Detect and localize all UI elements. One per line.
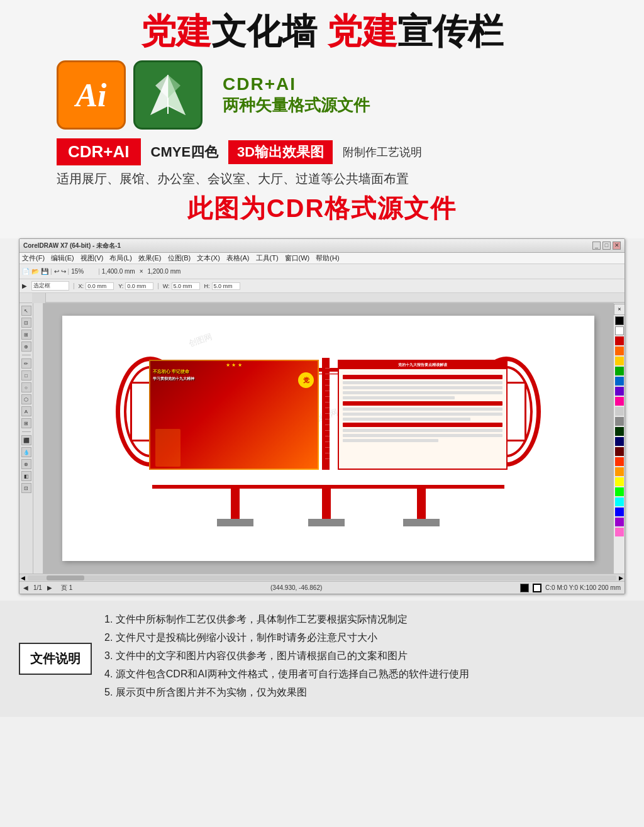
bb-line6 [343, 413, 502, 416]
palette-bblue[interactable] [615, 508, 624, 516]
scrollbar-track[interactable] [28, 575, 616, 580]
menu-file[interactable]: 文件(F) [22, 253, 45, 263]
palette-vpurple[interactable] [615, 518, 624, 526]
palette-yellow[interactable] [615, 357, 624, 365]
cdr-scrollbar-h[interactable]: ◀ ▶ [19, 574, 625, 581]
file-desc-list: 1. 文件中所标制作工艺仅供参考，具体制作工艺要根据实际情况制定 2. 文件尺寸… [104, 613, 625, 704]
palette-pink[interactable] [615, 397, 624, 406]
toolbar-new[interactable]: 📄 [22, 268, 30, 275]
palette-gray[interactable] [615, 417, 624, 426]
scrollbar-thumb[interactable] [47, 575, 84, 580]
scroll-right[interactable]: ▶ [619, 575, 623, 581]
menu-help[interactable]: 帮助(H) [316, 253, 339, 263]
tool-eyedrop[interactable]: 💧 [21, 447, 31, 457]
cdr-page: 创图网 创图网 [62, 316, 594, 561]
palette-blue[interactable] [615, 377, 624, 386]
bb-gold-border [149, 360, 319, 470]
palette-white[interactable] [615, 326, 624, 335]
format-line1: CDR+AI [223, 74, 370, 94]
tool-zoom[interactable]: ⊕ [21, 341, 31, 352]
menu-window[interactable]: 窗口(W) [285, 253, 310, 263]
bb-line9 [343, 434, 502, 437]
page-nav-next[interactable]: ▶ [47, 584, 52, 591]
menu-effect[interactable]: 效果(E) [138, 253, 162, 263]
palette-lpink[interactable] [615, 528, 624, 536]
palette-orange[interactable] [615, 347, 624, 355]
file-desc-item-5: 5. 展示页中所含图片并不为实物，仅为效果图 [104, 686, 625, 699]
tool-node[interactable]: ⊡ [21, 318, 31, 328]
palette-dblue[interactable] [615, 437, 624, 446]
toolbar-save[interactable]: 💾 [41, 268, 48, 275]
y-input[interactable]: 0.0 mm [125, 282, 153, 290]
tool-blend[interactable]: ⊗ [21, 459, 31, 469]
menu-tools[interactable]: 工具(T) [256, 253, 279, 263]
maximize-icon[interactable]: □ [602, 241, 611, 250]
toolbar-arrow[interactable]: ▶ [22, 282, 27, 289]
bb-foot-left [217, 519, 253, 526]
tool-table[interactable]: ⊞ [21, 418, 31, 428]
h-input[interactable]: 5.0 mm [212, 282, 240, 290]
tool-ellipse[interactable]: ○ [21, 382, 31, 392]
palette-cyan[interactable] [615, 497, 624, 506]
toolbar-undo[interactable]: ↩ [54, 268, 59, 275]
menu-table[interactable]: 表格(A) [226, 253, 250, 263]
scroll-left[interactable]: ◀ [21, 575, 25, 581]
bb-line4 [343, 396, 455, 399]
cmyk-badge: CMYE四色 [151, 143, 219, 162]
cdr-window: CorelDRAW X7 (64-bit) - 未命名-1 _ □ ✕ 文件(F… [19, 238, 625, 594]
menu-text[interactable]: 文本(X) [197, 253, 220, 263]
palette-purple[interactable] [615, 387, 624, 396]
close-icon[interactable]: ✕ [613, 241, 621, 250]
fill-indicator [520, 584, 529, 592]
tool-text[interactable]: A [21, 406, 31, 416]
toolbar-redo[interactable]: ↪ [61, 268, 66, 275]
status-right-group: C:0 M:0 Y:0 K:100 200 mm [520, 584, 621, 592]
tool-shadow[interactable]: ◧ [21, 471, 31, 481]
tool-polygon[interactable]: ⬡ [21, 394, 31, 404]
tool-crop[interactable]: ⊞ [21, 330, 31, 340]
cdr-titlebar-controls[interactable]: _ □ ✕ [592, 241, 621, 250]
x-input[interactable]: 0.0 mm [86, 282, 114, 290]
menu-view[interactable]: 视图(V) [80, 253, 104, 263]
palette-none[interactable]: ✕ [614, 304, 625, 315]
palette-black[interactable] [615, 316, 624, 325]
palette-lgray[interactable] [615, 407, 624, 416]
toolbar-y: Y: [118, 283, 123, 289]
palette-red[interactable] [615, 336, 624, 345]
cdr-title: CorelDRAW X7 (64-bit) - 未命名-1 [23, 241, 121, 250]
title-dangj2: 党建 [327, 11, 397, 51]
cdr-statusbar: ◀ 1/1 ▶ 页 1 (344.930, -46.862) C:0 M:0 Y… [19, 581, 625, 594]
tool-freehand[interactable]: ✏ [21, 358, 31, 369]
menu-bitmap[interactable]: 位图(B) [168, 253, 191, 263]
cdr-body: ↖ ⊡ ⊞ ⊕ ✏ □ ○ ⬡ A ⊞ ⬛ 💧 ⊗ ◧ ⊡ 创图网 [19, 303, 625, 574]
top-section: 党建文化墙 党建宣传栏 Ai CDR+AI 两种矢量格式源文件 CDR+AI [0, 0, 644, 238]
palette-dred[interactable] [615, 447, 624, 456]
palette-lgreen[interactable] [615, 487, 624, 496]
format-line2: 两种矢量格式源文件 [223, 94, 370, 116]
toolbar-open[interactable]: 📂 [31, 268, 39, 275]
w-input[interactable]: 5.0 mm [172, 282, 200, 290]
menu-layout[interactable]: 布局(L) [109, 253, 131, 263]
minimize-icon[interactable]: _ [592, 241, 601, 250]
status-cmyk: C:0 M:0 Y:0 K:100 200 mm [545, 584, 621, 591]
tool-envelope[interactable]: ⊡ [21, 483, 31, 493]
toolbar-size-w: 1,400.0 mm [102, 268, 135, 275]
palette-dorange[interactable] [615, 467, 624, 476]
bb-divider-grid [325, 363, 330, 463]
tool-select[interactable]: ↖ [21, 306, 31, 316]
tool-rect[interactable]: □ [21, 370, 31, 380]
palette-bred[interactable] [615, 457, 624, 466]
page-label: 1/1 [33, 584, 42, 591]
menu-edit[interactable]: 编辑(E) [51, 253, 74, 263]
bb-line1 [343, 381, 502, 384]
cdr-canvas[interactable]: 创图网 创图网 [43, 303, 613, 574]
tool-fill[interactable]: ⬛ [21, 435, 31, 445]
layer-select[interactable]: 选定框 [31, 281, 69, 291]
palette-dgreen[interactable] [615, 427, 624, 436]
palette-green[interactable] [615, 367, 624, 375]
page-nav-prev[interactable]: ◀ [23, 584, 28, 591]
palette-byellow[interactable] [615, 477, 624, 486]
cdr-ai-badge: CDR+AI [57, 138, 141, 165]
cdr-toolbar1: 📄 📂 💾 | ↩ ↪ | 15% | 1,400.0 mm × 1,200.0… [19, 264, 625, 279]
toolbar-size-h: 1,200.0 mm [148, 268, 181, 275]
